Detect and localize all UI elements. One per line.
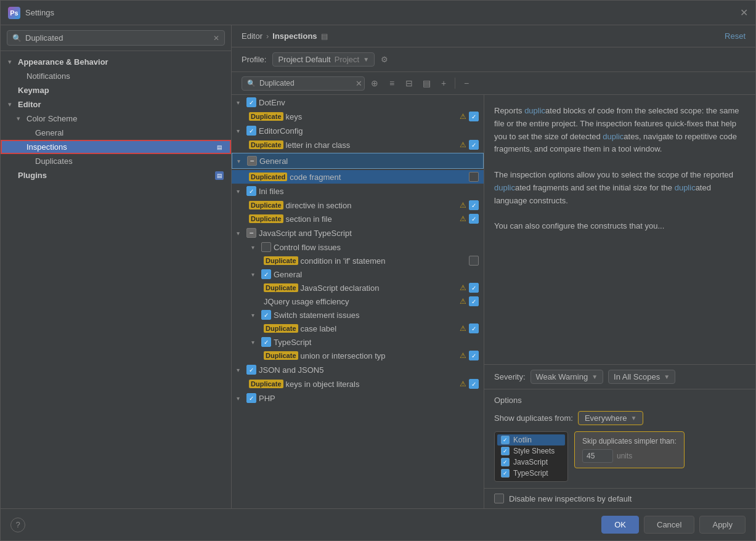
lang-checkbox-javascript[interactable] bbox=[501, 458, 510, 466]
item-text: JavaScript declaration bbox=[301, 283, 457, 293]
group-checkbox-jsts[interactable] bbox=[246, 228, 256, 238]
lang-checkbox-typescript[interactable] bbox=[501, 469, 510, 478]
search-wrapper[interactable]: 🔍 ✕ bbox=[7, 30, 225, 46]
filter-search-wrapper[interactable]: 🔍 ✕ bbox=[242, 76, 365, 91]
group-checkbox-json[interactable] bbox=[246, 365, 256, 375]
item-checkbox[interactable] bbox=[469, 323, 479, 333]
item-checkbox[interactable] bbox=[469, 172, 479, 182]
scope-value: In All Scopes bbox=[614, 372, 660, 381]
search-icon: 🔍 bbox=[12, 34, 22, 43]
group-checkbox-inifiles[interactable] bbox=[246, 186, 256, 196]
insp-item-ec-1[interactable]: Duplicate letter in char class ⚠ bbox=[232, 138, 484, 152]
sidebar-item-notifications[interactable]: Notifications bbox=[1, 69, 231, 83]
lang-checkbox-kotlin[interactable] bbox=[501, 436, 510, 444]
sidebar-item-label: Appearance & Behavior bbox=[18, 57, 224, 67]
lang-item-kotlin[interactable]: Kotlin bbox=[497, 434, 565, 445]
insp-item-cf-1[interactable]: Duplicate condition in 'if' statemen bbox=[232, 254, 484, 267]
group-header-general[interactable]: ▾ General bbox=[232, 153, 484, 169]
insp-item-jsg-2[interactable]: JQuery usage efficiency ⚠ bbox=[232, 295, 484, 308]
filter-clear-icon[interactable]: ✕ bbox=[356, 79, 362, 88]
add-button[interactable]: + bbox=[436, 76, 451, 91]
lang-checkbox-stylesheets[interactable] bbox=[501, 447, 510, 455]
lang-item-javascript[interactable]: JavaScript bbox=[497, 457, 565, 468]
help-button[interactable]: ? bbox=[10, 518, 25, 532]
lang-item-typescript[interactable]: TypeScript bbox=[497, 468, 565, 479]
insp-item-dotenv-1[interactable]: Duplicate keys ⚠ bbox=[232, 110, 484, 123]
item-checkbox[interactable] bbox=[469, 256, 479, 266]
reset-button[interactable]: Reset bbox=[725, 31, 746, 41]
subgroup-checkbox[interactable] bbox=[261, 337, 271, 347]
sidebar-item-editor[interactable]: ▾ Editor bbox=[1, 97, 231, 112]
sidebar-item-keymap[interactable]: Keymap bbox=[1, 83, 231, 97]
group-checkbox-editorconfig[interactable] bbox=[246, 126, 256, 136]
subgroup-typescript[interactable]: ▾ TypeScript bbox=[232, 335, 484, 349]
group-header-dotenv[interactable]: ▾ DotEnv bbox=[232, 95, 484, 110]
collapse-all-button[interactable]: ⊟ bbox=[402, 76, 417, 91]
sidebar-item-appearance[interactable]: ▾ Appearance & Behavior bbox=[1, 55, 231, 69]
subgroup-js-general[interactable]: ▾ General bbox=[232, 267, 484, 281]
warning-icon: ⚠ bbox=[460, 283, 466, 292]
ok-button[interactable]: OK bbox=[601, 516, 639, 534]
search-input[interactable] bbox=[25, 33, 209, 43]
profile-sub: Project bbox=[335, 55, 359, 64]
insp-item-jsg-1[interactable]: Duplicate JavaScript declaration ⚠ bbox=[232, 281, 484, 295]
subgroup-checkbox[interactable] bbox=[261, 242, 271, 252]
insp-item-ini-2[interactable]: Duplicate section in file ⚠ bbox=[232, 212, 484, 226]
options-section: Options Show duplicates from: Everywhere… bbox=[484, 389, 755, 488]
gear-icon[interactable]: ⚙ bbox=[381, 55, 388, 64]
skip-number-input[interactable] bbox=[582, 449, 613, 463]
duplic-link-4: duplic bbox=[675, 183, 696, 192]
cancel-button[interactable]: Cancel bbox=[644, 516, 694, 534]
item-checkbox[interactable] bbox=[469, 200, 479, 210]
group-checkbox-dotenv[interactable] bbox=[246, 97, 256, 107]
sidebar-item-duplicates[interactable]: Duplicates bbox=[1, 154, 231, 168]
item-checkbox[interactable] bbox=[469, 379, 479, 389]
insp-item-ini-1[interactable]: Duplicate directive in section ⚠ bbox=[232, 198, 484, 212]
export-button[interactable]: ▤ bbox=[419, 76, 434, 91]
item-checkbox[interactable] bbox=[469, 283, 479, 293]
group-header-inifiles[interactable]: ▾ Ini files bbox=[232, 184, 484, 198]
disable-inspections-checkbox[interactable] bbox=[494, 494, 504, 503]
item-text: letter in char class bbox=[286, 140, 457, 150]
insp-item-ts-1[interactable]: Duplicate union or intersection typ ⚠ bbox=[232, 349, 484, 362]
subgroup-checkbox[interactable] bbox=[261, 310, 271, 320]
group-general: ▾ General Duplicated code fragment bbox=[232, 153, 484, 184]
search-bar: 🔍 ✕ bbox=[1, 25, 231, 51]
clear-search-button[interactable]: ✕ bbox=[213, 34, 219, 43]
insp-item-sw-1[interactable]: Duplicate case label ⚠ bbox=[232, 322, 484, 335]
group-label: JSON and JSON5 bbox=[259, 365, 479, 375]
apply-button[interactable]: Apply bbox=[699, 516, 746, 534]
group-header-php[interactable]: ▾ PHP bbox=[232, 391, 484, 405]
insp-item-json-1[interactable]: Duplicate keys in object literals ⚠ bbox=[232, 377, 484, 391]
remove-button[interactable]: − bbox=[459, 76, 474, 91]
group-header-json[interactable]: ▾ JSON and JSON5 bbox=[232, 362, 484, 377]
filter-button[interactable]: ⊕ bbox=[367, 76, 382, 91]
subgroup-checkbox[interactable] bbox=[261, 269, 271, 279]
item-checkbox[interactable] bbox=[469, 112, 479, 121]
close-button[interactable]: ✕ bbox=[740, 8, 748, 18]
subgroup-control-flow[interactable]: ▾ Control flow issues bbox=[232, 240, 484, 254]
scope-select[interactable]: In All Scopes ▼ bbox=[608, 370, 675, 384]
sidebar-item-general[interactable]: General bbox=[1, 126, 231, 140]
everywhere-dropdown[interactable]: Everywhere ▼ bbox=[578, 411, 644, 425]
severity-select[interactable]: Weak Warning ▼ bbox=[530, 370, 603, 384]
group-header-jsts[interactable]: ▾ JavaScript and TypeScript bbox=[232, 226, 484, 240]
duplicate-badge: Duplicate bbox=[249, 112, 283, 121]
group-checkbox-php[interactable] bbox=[246, 393, 256, 403]
subgroup-switch[interactable]: ▾ Switch statement issues bbox=[232, 308, 484, 322]
expand-all-button[interactable]: ≡ bbox=[384, 76, 399, 91]
sidebar-item-plugins[interactable]: Plugins ▤ bbox=[1, 168, 231, 182]
group-checkbox-general[interactable] bbox=[247, 156, 257, 166]
filter-input[interactable] bbox=[259, 79, 352, 87]
sidebar-item-color-scheme[interactable]: ▾ Color Scheme bbox=[1, 112, 231, 126]
insp-item-gen-1[interactable]: Duplicated code fragment bbox=[232, 170, 484, 184]
item-checkbox[interactable] bbox=[469, 296, 479, 306]
profile-select[interactable]: Project Default Project ▼ bbox=[272, 52, 375, 67]
lang-item-stylesheets[interactable]: Style Sheets bbox=[497, 445, 565, 457]
sidebar-item-inspections[interactable]: Inspections ▤ bbox=[1, 140, 231, 154]
item-checkbox[interactable] bbox=[469, 351, 479, 360]
sidebar-item-label: Plugins bbox=[18, 171, 213, 180]
item-checkbox[interactable] bbox=[469, 140, 479, 150]
item-checkbox[interactable] bbox=[469, 214, 479, 224]
group-header-editorconfig[interactable]: ▾ EditorConfig bbox=[232, 123, 484, 138]
